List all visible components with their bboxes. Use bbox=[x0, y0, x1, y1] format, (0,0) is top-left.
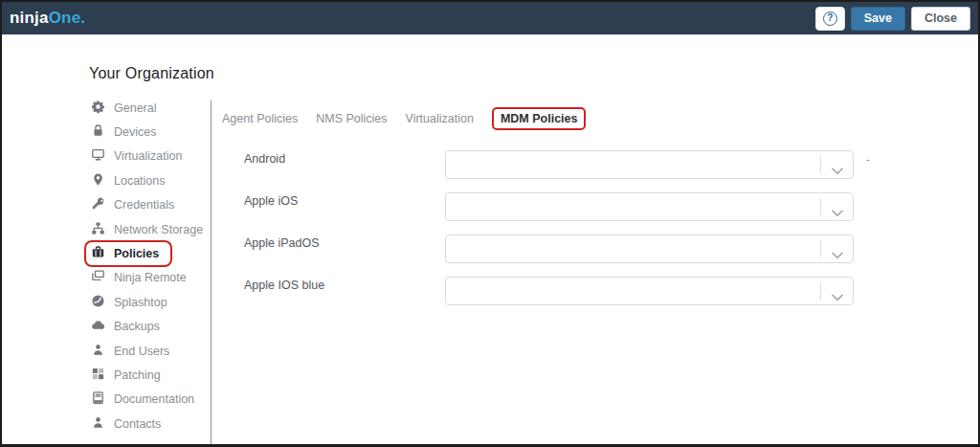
sidebar-item-label: Backups bbox=[114, 320, 160, 333]
key-icon bbox=[91, 196, 105, 213]
sidebar-item-ninja-remote[interactable]: Ninja Remote bbox=[91, 266, 206, 290]
tab-nms-policies[interactable]: NMS Policies bbox=[316, 112, 387, 125]
sidebar-item-credentials[interactable]: Credentials bbox=[91, 193, 206, 217]
sidebar-item-label: General bbox=[114, 101, 156, 115]
sidebar-item-general[interactable]: General bbox=[91, 96, 206, 120]
gear-icon bbox=[91, 100, 105, 117]
navbar-actions: ? Save Close bbox=[815, 7, 970, 31]
sidebar-item-label: Ninja Remote bbox=[114, 271, 187, 284]
page-title: Your Organization bbox=[89, 65, 214, 82]
sidebar-item-patching[interactable]: Patching bbox=[91, 363, 206, 387]
user-icon bbox=[91, 415, 105, 433]
select-divider bbox=[820, 156, 821, 173]
user-icon bbox=[91, 343, 105, 360]
sidebar-item-virtualization[interactable]: Virtualization bbox=[91, 145, 206, 168]
sitemap-icon bbox=[91, 221, 105, 238]
help-button[interactable]: ? bbox=[815, 7, 845, 31]
sidebar-item-locations[interactable]: Locations bbox=[91, 168, 206, 192]
sidebar-item-documentation[interactable]: Documentation bbox=[91, 388, 206, 412]
sidebar-item-label: Policies bbox=[114, 247, 159, 260]
dash-suffix: - bbox=[866, 153, 870, 167]
logo-part-one: One. bbox=[49, 9, 86, 27]
sidebar-item-label: Patching bbox=[114, 369, 161, 382]
apple-ios-blue-policy-select[interactable] bbox=[445, 277, 854, 305]
sidebar-item-label: Credentials bbox=[114, 198, 174, 212]
tab-mdm-policies[interactable]: MDM Policies bbox=[492, 107, 587, 130]
save-button[interactable]: Save bbox=[851, 7, 905, 31]
splashtop-icon bbox=[91, 294, 105, 311]
field-label: Apple iOS bbox=[244, 194, 298, 208]
sidebar-item-devices[interactable]: Devices bbox=[91, 120, 206, 144]
sidebar-item-backups[interactable]: Backups bbox=[91, 315, 206, 339]
chevron-down-icon bbox=[832, 288, 843, 305]
question-mark-icon: ? bbox=[823, 11, 837, 26]
sidebar-item-label: Contacts bbox=[114, 417, 161, 431]
sidebar-item-network-storage[interactable]: Network Storage bbox=[91, 217, 206, 241]
sidebar-divider bbox=[211, 101, 212, 444]
cloud-icon bbox=[91, 318, 105, 335]
sidebar-item-label: Network Storage bbox=[114, 223, 203, 236]
apple-ios-policy-select[interactable] bbox=[445, 192, 854, 221]
tab-agent-policies[interactable]: Agent Policies bbox=[222, 112, 298, 125]
sidebar-item-label: Locations bbox=[114, 174, 166, 188]
sidebar-item-policies[interactable]: Policies bbox=[91, 241, 206, 265]
sidebar-item-contacts[interactable]: Contacts bbox=[91, 412, 206, 436]
sidebar-item-label: Devices bbox=[114, 125, 156, 139]
map-pin-icon bbox=[91, 172, 105, 190]
ninjaone-logo: ninjaOne. bbox=[10, 9, 85, 28]
chevron-down-icon bbox=[832, 162, 843, 179]
android-policy-select[interactable] bbox=[445, 150, 854, 179]
sidebar-item-end-users[interactable]: End Users bbox=[91, 339, 206, 363]
chevron-down-icon bbox=[832, 204, 843, 221]
field-label: Android bbox=[244, 152, 285, 166]
chevron-down-icon bbox=[832, 246, 843, 263]
field-label: Apple IOS blue bbox=[244, 279, 324, 292]
sidebar-item-label: Documentation bbox=[114, 392, 194, 406]
policy-tabs: Agent Policies NMS Policies Virtualizati… bbox=[222, 105, 586, 131]
sidebar-item-label: Virtualization bbox=[114, 149, 182, 163]
close-button[interactable]: Close bbox=[911, 7, 970, 31]
app-window: ninjaOne. ? Save Close Your Organization… bbox=[0, 0, 980, 447]
select-divider bbox=[820, 240, 821, 257]
grid-icon bbox=[91, 367, 105, 384]
briefcase-icon bbox=[91, 245, 105, 262]
red-highlight-box: Policies bbox=[84, 240, 172, 267]
field-label: Apple iPadOS bbox=[244, 236, 320, 250]
sidebar-item-label: Splashtop bbox=[114, 296, 167, 309]
apple-ipados-policy-select[interactable] bbox=[445, 235, 854, 263]
select-divider bbox=[820, 198, 821, 215]
screens-icon bbox=[91, 269, 105, 286]
select-divider bbox=[820, 282, 821, 300]
monitor-icon bbox=[91, 147, 105, 165]
book-icon bbox=[91, 391, 105, 408]
sidebar-item-label: End Users bbox=[114, 345, 169, 358]
sidebar-item-splashtop[interactable]: Splashtop bbox=[91, 290, 206, 314]
logo-part-ninja: ninja bbox=[10, 9, 49, 27]
tab-virtualization[interactable]: Virtualization bbox=[406, 112, 474, 125]
sidebar-nav: General Devices Virtualization Locations… bbox=[91, 96, 206, 436]
lock-icon bbox=[91, 123, 105, 141]
top-navbar: ninjaOne. ? Save Close bbox=[2, 2, 978, 34]
